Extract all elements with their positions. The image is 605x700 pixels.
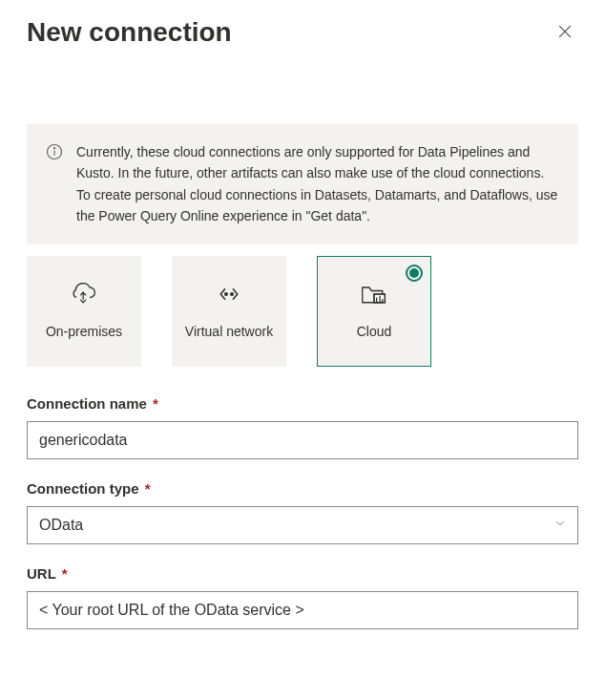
url-input[interactable] [27, 591, 578, 629]
type-card-on-premises[interactable]: On-premises [27, 256, 141, 367]
type-card-label: Virtual network [185, 323, 273, 340]
label-text: URL [27, 565, 56, 582]
connection-type-select[interactable]: OData [27, 506, 578, 544]
select-value: OData [39, 517, 83, 534]
page-title: New connection [27, 17, 232, 48]
label-text: Connection name [27, 395, 147, 412]
info-icon [46, 143, 63, 227]
connection-type-label: Connection type * [27, 480, 578, 497]
info-text: Currently, these cloud connections are o… [76, 141, 559, 227]
type-card-virtual-network[interactable]: Virtual network [172, 256, 286, 367]
network-icon [216, 281, 242, 311]
cloud-folder-icon [359, 281, 389, 311]
svg-point-6 [225, 293, 227, 295]
type-card-label: Cloud [357, 323, 392, 340]
close-icon [555, 22, 574, 44]
close-button[interactable] [552, 18, 578, 48]
required-mark: * [62, 565, 68, 582]
required-mark: * [153, 395, 158, 412]
cloud-sync-icon [71, 281, 97, 311]
svg-point-7 [231, 293, 233, 295]
connection-name-input[interactable] [27, 421, 578, 459]
required-mark: * [145, 480, 151, 497]
type-card-cloud[interactable]: Cloud [317, 256, 431, 367]
svg-point-4 [53, 148, 54, 149]
connection-name-label: Connection name * [27, 395, 578, 412]
type-card-label: On-premises [46, 323, 122, 340]
url-label: URL * [27, 565, 578, 582]
label-text: Connection type [27, 480, 139, 497]
connection-type-selector: On-premises Virtual network Cloud [27, 256, 578, 367]
info-banner: Currently, these cloud connections are o… [27, 124, 578, 244]
selected-indicator-icon [406, 265, 423, 282]
